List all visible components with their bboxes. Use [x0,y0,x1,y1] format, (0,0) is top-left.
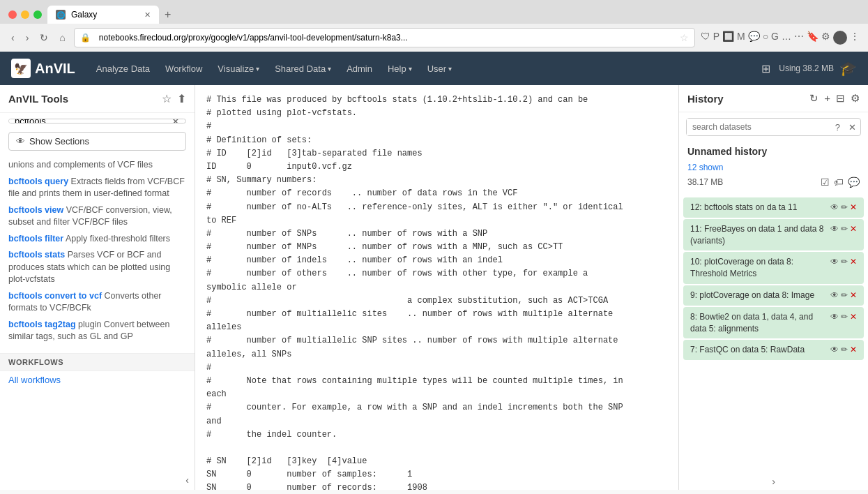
sidebar-scroll-left[interactable]: ‹ [180,473,195,487]
star-icon[interactable]: ☆ [162,92,172,105]
nav-item-analyze-data[interactable]: Analyze Data [89,61,157,77]
history-item[interactable]: 12: bcftools stats on da ta 11 👁 ✏ ✕ [683,197,864,218]
edit-icon[interactable]: ✏ [841,224,848,234]
minimize-button[interactable] [21,10,29,19]
comment-icon[interactable]: 💬 [848,177,860,188]
history-shown-label[interactable]: 12 shown [679,161,868,174]
tool-link-bcftools-query[interactable]: bcftools query [8,177,68,186]
list-item: bcftools query Extracts fields from VCF/… [8,176,186,200]
nav-item-admin[interactable]: Admin [340,61,379,77]
delete-icon[interactable]: ✕ [850,224,857,234]
home-button[interactable]: ⌂ [56,31,68,45]
tab-label: Galaxy [71,10,97,20]
history-item-actions: 👁 ✏ ✕ [830,312,857,322]
usage-label: Using 38.2 MB [779,63,834,73]
nav-item-workflow[interactable]: Workflow [158,61,209,77]
view-icon[interactable]: 👁 [830,257,839,267]
center-content: # This file was produced by bcftools sta… [195,85,678,490]
list-item: bcftools view VCF/BCF conversion, view, … [8,204,186,229]
workflows-section-header: WORKFLOWS [0,353,195,371]
history-item[interactable]: 10: plotCoverage on data 8: Threshold Me… [683,252,864,284]
history-size-icons: ☑ 🏷 💬 [821,177,860,188]
history-title: History [687,93,724,105]
list-item: bcftools stats Parses VCF or BCF and pro… [8,249,186,286]
list-item: unions and complements of VCF files [8,159,186,172]
history-item-actions: 👁 ✏ ✕ [830,345,857,354]
grid-icon[interactable]: ⊞ [759,59,773,78]
delete-icon[interactable]: ✕ [850,312,857,322]
delete-icon[interactable]: ✕ [850,290,857,300]
history-search-box: ? ✕ [686,118,861,136]
add-history-icon[interactable]: + [824,92,830,105]
upload-icon[interactable]: ⬆ [177,92,186,105]
nav-item-user[interactable]: User ▾ [420,61,459,77]
search-clear-button[interactable]: ✕ [166,119,185,123]
tool-link-bcftools-view[interactable]: bcftools view [8,205,63,215]
delete-icon[interactable]: ✕ [850,202,857,212]
maximize-button[interactable] [33,10,42,19]
edit-icon[interactable]: ✏ [841,290,848,300]
history-item[interactable]: 11: FreeBayes on data 1 and data 8 (vari… [683,219,864,251]
history-search-help-button[interactable]: ? [831,119,844,135]
check-all-icon[interactable]: ☑ [821,177,830,188]
address-input[interactable] [93,30,677,45]
delete-icon[interactable]: ✕ [850,345,857,354]
history-item[interactable]: 9: plotCoverage on data 8: Image 👁 ✏ ✕ [683,285,864,306]
history-item-label: 12: bcftools stats on da ta 11 [690,202,826,214]
settings-icon[interactable]: ⚙ [851,92,860,105]
forward-button[interactable]: › [23,31,32,45]
history-scroll-down[interactable]: › [772,476,775,487]
history-item-actions: 👁 ✏ ✕ [830,202,857,212]
history-item[interactable]: 8: Bowtie2 on data 1, data 4, and data 5… [683,307,864,339]
refresh-button[interactable]: ↻ [37,31,51,45]
bookmark-star-icon[interactable]: ☆ [680,32,689,43]
nav-item-shared-data[interactable]: Shared Data ▾ [268,61,338,77]
tool-link-bcftools-stats[interactable]: bcftools stats [8,250,65,260]
toolbar-icons: 🛡 P 🔲 M 💬 ○ G … ⋯ 🔖 ⚙ ⋮ [701,31,860,45]
edit-icon[interactable]: ✏ [841,345,848,354]
history-item[interactable]: 7: FastQC on data 5: RawData 👁 ✏ ✕ [683,340,864,360]
view-icon[interactable]: 👁 [830,345,839,354]
history-size: 38.17 MB ☑ 🏷 💬 [679,174,868,193]
nav-item-visualize[interactable]: Visualize ▾ [211,61,266,77]
view-icon[interactable]: 👁 [830,290,839,300]
history-header: History ↻ + ⊟ ⚙ [679,85,868,112]
search-input[interactable] [9,119,166,123]
history-size-value: 38.17 MB [687,177,723,187]
hat-icon[interactable]: 🎓 [839,60,857,77]
eye-icon: 👁 [16,136,25,147]
new-tab-button[interactable]: + [159,8,176,21]
history-name: Unnamed history [679,142,868,161]
tool-link-bcftools-tag2tag[interactable]: bcftools tag2tag [8,320,76,329]
nav-item-help[interactable]: Help ▾ [381,61,419,77]
delete-icon[interactable]: ✕ [850,257,857,267]
browser-tab[interactable]: 🌐 Galaxy ✕ [47,6,159,24]
columns-icon[interactable]: ⊟ [836,92,845,105]
logo-text: AnVIL [35,61,75,77]
tag-icon[interactable]: 🏷 [834,177,844,188]
tab-bar: 🌐 Galaxy ✕ + [0,0,868,24]
tool-link-bcftools-filter[interactable]: bcftools filter [8,234,63,244]
refresh-history-icon[interactable]: ↻ [809,92,818,105]
view-icon[interactable]: 👁 [830,312,839,322]
history-search-clear-button[interactable]: ✕ [844,119,860,135]
view-icon[interactable]: 👁 [830,202,839,212]
history-item-label: 7: FastQC on data 5: RawData [690,344,826,356]
show-sections-button[interactable]: 👁 Show Sections [8,132,186,151]
edit-icon[interactable]: ✏ [841,312,848,322]
history-search-input[interactable] [687,119,831,135]
back-button[interactable]: ‹ [8,31,17,45]
browser-chrome: 🌐 Galaxy ✕ + ‹ › ↻ ⌂ 🔒 ☆ 🛡 P 🔲 M 💬 ○ G …… [0,0,868,52]
view-icon[interactable]: 👁 [830,224,839,234]
tab-close-button[interactable]: ✕ [144,10,151,20]
tool-link-bcftools-convert[interactable]: bcftools convert to vcf [8,291,102,301]
app: 🦅 AnVIL Analyze Data Workflow Visualize … [0,52,868,490]
close-button[interactable] [8,10,17,19]
edit-icon[interactable]: ✏ [841,257,848,267]
edit-icon[interactable]: ✏ [841,202,848,212]
history-item-actions: 👁 ✏ ✕ [830,257,857,267]
workflow-item-all[interactable]: All workflows [0,371,195,389]
tab-favicon: 🌐 [56,10,66,20]
nav-menu: Analyze Data Workflow Visualize ▾ Shared… [89,61,756,77]
history-panel: History ↻ + ⊟ ⚙ ? ✕ Unnamed history 12 s… [678,85,868,490]
